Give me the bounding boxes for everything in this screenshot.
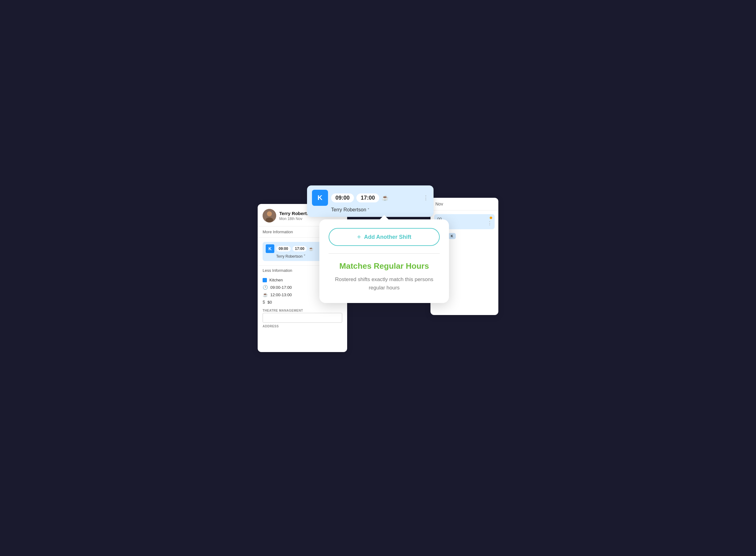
coffee-icon-large: ☕ [382, 195, 388, 201]
shift-float-card: K 09:00 17:00 ☕ ⋮ Terry Robertson ˅ [307, 185, 434, 217]
shift-role: Kitchen [269, 278, 283, 282]
shift-person-name: Terry Robertson [276, 254, 302, 258]
kitchen-color-dot [263, 278, 267, 282]
person-date: Mon 18th Nov [279, 217, 315, 221]
k-badge-large: K [312, 190, 328, 206]
dollar-icon: $ [263, 300, 265, 305]
badge-k: K [448, 233, 456, 239]
clock-icon: 🕐 [263, 285, 268, 290]
theatre-label: THEATRE MANAGEMENT [257, 307, 347, 313]
less-info-label: Less Information [263, 268, 292, 273]
shift-break-text: 12:00-13:00 [270, 292, 291, 297]
more-info-label: More Information [263, 230, 293, 234]
main-popup: + Add Another Shift Matches Regular Hour… [319, 219, 449, 303]
svg-point-2 [266, 217, 273, 222]
plus-icon: + [357, 233, 361, 241]
float-dots-icon[interactable]: ⋮ [423, 195, 428, 201]
float-person-name: Terry Robertson ˅ [312, 207, 428, 213]
shift-wage: $0 [268, 300, 272, 305]
add-shift-button[interactable]: + Add Another Shift [329, 228, 440, 246]
break-icon: ☕ [263, 292, 268, 297]
shift-hours-text: 09:00-17:00 [270, 285, 291, 290]
end-pill-large: 17:00 [356, 194, 379, 202]
calendar-header: Nov [431, 198, 499, 210]
k-badge-small: K [266, 244, 274, 253]
name-chevron: ˅ [304, 254, 306, 258]
dots-icon[interactable]: ⋮ [487, 220, 492, 226]
notification-dot [490, 217, 492, 219]
float-name-text: Terry Robertson [331, 207, 366, 212]
shift-end-pill: 17:00 [293, 246, 307, 251]
matches-subtitle: Rostered shifts exactly match this perso… [329, 275, 440, 292]
address-label: ADDRESS [257, 323, 347, 328]
calendar-month: Nov [436, 202, 443, 206]
theatre-input[interactable] [263, 313, 342, 323]
matches-title: Matches Regular Hours [329, 261, 440, 272]
coffee-icon-small: ☕ [309, 246, 313, 251]
svg-point-1 [267, 211, 272, 216]
start-pill-large: 09:00 [331, 194, 354, 202]
shift-start-pill: 09:00 [276, 246, 291, 251]
avatar [263, 209, 276, 222]
add-shift-label: Add Another Shift [364, 234, 411, 240]
divider [329, 253, 440, 254]
float-chevron: ˅ [368, 208, 369, 212]
scene: Nov 00 ⋮ ˅ KMT K Te + [257, 185, 499, 371]
